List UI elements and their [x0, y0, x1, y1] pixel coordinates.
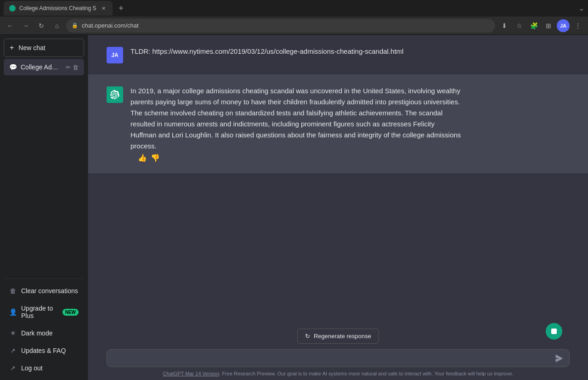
- message-actions: 👍 👎: [138, 153, 461, 162]
- reload-button[interactable]: ↻: [35, 19, 48, 32]
- user-icon: 👤: [9, 308, 17, 316]
- chat-item-title: College Admissions Ch: [21, 63, 62, 71]
- trash-icon: 🗑: [9, 287, 17, 295]
- new-chat-label: New chat: [18, 44, 45, 51]
- profile-button[interactable]: JA: [557, 19, 570, 32]
- thumbs-down-icon[interactable]: 👎: [151, 153, 160, 162]
- upgrade-label: Upgrade to Plus: [21, 305, 58, 319]
- active-tab[interactable]: College Admissions Cheating S ✕: [4, 1, 113, 16]
- chat-item[interactable]: 💬 College Admissions Ch ✏ 🗑: [4, 59, 84, 75]
- stop-icon: [551, 329, 557, 334]
- download-icon[interactable]: ⬇: [498, 19, 511, 32]
- log-out-button[interactable]: ↗ Log out: [4, 360, 84, 376]
- new-chat-button[interactable]: + New chat: [4, 39, 84, 57]
- sun-icon: ☀: [9, 329, 17, 337]
- regenerate-button[interactable]: ↻ Regenerate response: [297, 329, 379, 344]
- bottom-wrapper: ↻ Regenerate response ChatGPT Mar 14 Ver…: [88, 321, 588, 380]
- ai-message-content: In 2019, a major college admissions chea…: [130, 85, 461, 152]
- send-button[interactable]: [555, 355, 563, 362]
- logout-icon: ↗: [9, 364, 17, 372]
- regen-container: ↻ Regenerate response: [107, 329, 570, 344]
- delete-chat-button[interactable]: 🗑: [73, 64, 79, 71]
- address-actions: ⬇ ☆ 🧩 ⊞ JA ⋮: [498, 19, 584, 32]
- url-text: chat.openai.com/chat: [82, 22, 139, 29]
- app: + New chat 💬 College Admissions Ch ✏ 🗑 🗑…: [0, 35, 588, 380]
- clear-conversations-label: Clear conversations: [21, 287, 78, 295]
- upgrade-to-plus-button[interactable]: 👤 Upgrade to Plus NEW: [4, 300, 84, 324]
- dark-mode-label: Dark mode: [21, 329, 52, 337]
- menu-icon[interactable]: ⋮: [571, 19, 584, 32]
- openai-logo-icon: [110, 90, 119, 99]
- star-icon[interactable]: ☆: [513, 19, 526, 32]
- updates-faq-label: Updates & FAQ: [21, 347, 66, 354]
- sidebar-bottom: 🗑 Clear conversations 👤 Upgrade to Plus …: [4, 278, 84, 376]
- stop-button[interactable]: [546, 323, 562, 340]
- plus-icon: +: [10, 44, 14, 52]
- url-bar[interactable]: 🔒 chat.openai.com/chat: [66, 19, 495, 33]
- input-area: [107, 349, 570, 367]
- messages-area: JA TLDR: https://www.nytimes.com/2019/03…: [88, 35, 588, 321]
- sidebar: + New chat 💬 College Admissions Ch ✏ 🗑 🗑…: [0, 35, 88, 380]
- user-message-content: TLDR: https://www.nytimes.com/2019/03/12…: [130, 46, 403, 63]
- tab-bar: College Admissions Cheating S ✕ + ⌄: [0, 0, 588, 17]
- chat-input[interactable]: [113, 354, 552, 362]
- regen-icon: ↻: [305, 333, 310, 340]
- user-avatar: JA: [107, 47, 123, 63]
- extensions-icon[interactable]: 🧩: [527, 19, 540, 32]
- stop-button-area: [546, 323, 562, 340]
- version-link[interactable]: ChatGPT Mar 14 Version: [163, 371, 220, 376]
- edit-chat-button[interactable]: ✏: [66, 64, 71, 71]
- chat-icon: 💬: [9, 63, 17, 71]
- regen-label: Regenerate response: [314, 333, 371, 340]
- back-button[interactable]: ←: [4, 19, 17, 32]
- tab-title: College Admissions Cheating S: [19, 5, 96, 11]
- footer-description: . Free Research Preview. Our goal is to …: [219, 371, 513, 376]
- tab-favicon: [9, 5, 16, 11]
- user-message: JA TLDR: https://www.nytimes.com/2019/03…: [88, 35, 588, 74]
- ai-message: In 2019, a major college admissions chea…: [88, 74, 588, 173]
- ai-avatar: [107, 86, 123, 103]
- grid-icon[interactable]: ⊞: [542, 19, 555, 32]
- log-out-label: Log out: [21, 364, 43, 372]
- forward-button[interactable]: →: [19, 19, 32, 32]
- thumbs-up-icon[interactable]: 👍: [138, 153, 147, 162]
- lock-icon: 🔒: [72, 23, 78, 28]
- footer-text: ChatGPT Mar 14 Version. Free Research Pr…: [107, 371, 570, 376]
- dark-mode-button[interactable]: ☀ Dark mode: [4, 325, 84, 341]
- new-badge: NEW: [62, 309, 79, 316]
- tab-chevron[interactable]: ⌄: [579, 5, 584, 12]
- close-tab-button[interactable]: ✕: [100, 5, 107, 12]
- bottom-area: ↻ Regenerate response ChatGPT Mar 14 Ver…: [88, 321, 588, 380]
- browser-chrome: College Admissions Cheating S ✕ + ⌄ ← → …: [0, 0, 588, 35]
- address-bar: ← → ↻ ⌂ 🔒 chat.openai.com/chat ⬇ ☆ 🧩 ⊞ J…: [0, 17, 588, 35]
- new-tab-button[interactable]: +: [114, 2, 127, 15]
- home-button[interactable]: ⌂: [51, 19, 63, 32]
- clear-conversations-button[interactable]: 🗑 Clear conversations: [4, 283, 84, 299]
- updates-faq-button[interactable]: ↗ Updates & FAQ: [4, 342, 84, 359]
- external-link-icon: ↗: [9, 347, 17, 354]
- chat-item-actions: ✏ 🗑: [66, 64, 79, 71]
- main-area: JA TLDR: https://www.nytimes.com/2019/03…: [88, 35, 588, 380]
- avatar-initials: JA: [111, 52, 118, 58]
